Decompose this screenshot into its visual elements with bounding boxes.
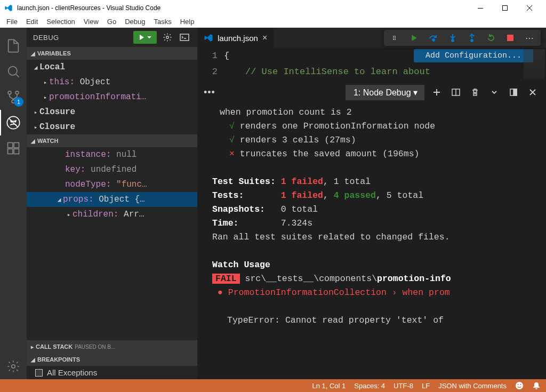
continue-button[interactable] <box>406 31 422 45</box>
more-icon[interactable]: ••• <box>204 87 215 98</box>
menu-go[interactable]: Go <box>103 17 121 27</box>
debug-header: DEBUG <box>27 28 197 47</box>
callstack-status: PAUSED ON B... <box>75 344 115 350</box>
step-into-button[interactable] <box>445 31 461 45</box>
activity-extensions[interactable] <box>0 135 27 161</box>
svg-rect-28 <box>513 89 517 95</box>
restart-button[interactable] <box>483 31 499 45</box>
debug-console-icon[interactable] <box>178 31 191 44</box>
svg-rect-15 <box>180 34 189 41</box>
svg-point-30 <box>518 384 519 385</box>
debug-toolbar[interactable]: ⋯ <box>384 30 541 46</box>
watch-props[interactable]: ◢props: Object {… <box>27 192 197 207</box>
split-terminal-button[interactable] <box>449 85 463 99</box>
minimize-button[interactable] <box>468 0 493 16</box>
scm-badge: 1 <box>14 97 23 107</box>
feedback-icon[interactable] <box>515 381 524 390</box>
terminal-line: FAIL src\__tests__\components\promotion-… <box>212 272 537 286</box>
status-cursor[interactable]: Ln 1, Col 1 <box>312 382 346 390</box>
maximize-panel-button[interactable] <box>507 85 520 99</box>
drag-handle-icon[interactable] <box>387 31 403 45</box>
watch-key[interactable]: key: undefined <box>27 162 197 177</box>
svg-point-19 <box>395 36 396 37</box>
step-over-button[interactable] <box>425 31 441 45</box>
stop-button[interactable] <box>502 31 518 45</box>
svg-point-20 <box>395 37 396 38</box>
chevron-down-icon[interactable] <box>487 85 501 99</box>
var-closure1[interactable]: ▸Closure <box>27 105 197 119</box>
terminal-line: Time: 7.324s <box>212 217 537 230</box>
svg-rect-25 <box>507 35 513 41</box>
status-language[interactable]: JSON with Comments <box>438 382 507 390</box>
section-callstack[interactable]: ▸CALL STACK PAUSED ON B... <box>27 340 197 353</box>
close-icon[interactable]: × <box>262 33 267 43</box>
tabs-bar: launch.json × ⋯ <box>197 28 546 48</box>
kill-terminal-button[interactable] <box>468 85 482 99</box>
close-panel-button[interactable] <box>526 85 540 99</box>
checkbox-icon[interactable] <box>35 369 43 377</box>
terminal-line: ● PromotionInformationCollection › when … <box>212 286 537 300</box>
section-watch-label: WATCH <box>37 138 59 144</box>
section-variables[interactable]: ◢VARIABLES <box>27 47 197 60</box>
terminal-output[interactable]: when promotion count is 2 √ renders one … <box>197 102 546 379</box>
new-terminal-button[interactable] <box>430 85 444 99</box>
add-configuration-button[interactable]: Add Configuration... <box>414 49 533 62</box>
watch-children[interactable]: ▸children: Arr… <box>27 207 197 222</box>
terminal-selector[interactable]: 1: Node Debug ▾ <box>346 85 424 100</box>
start-debug-button[interactable] <box>133 31 157 44</box>
menu-view[interactable]: View <box>79 17 103 27</box>
activity-explorer[interactable] <box>0 33 27 59</box>
section-breakpoints-label: BREAKPOINTS <box>37 356 80 363</box>
menu-selection[interactable]: Selection <box>42 17 79 27</box>
section-breakpoints[interactable]: ◢BREAKPOINTS <box>27 353 197 366</box>
svg-point-29 <box>516 382 523 389</box>
svg-point-16 <box>393 36 394 37</box>
var-closure2[interactable]: ▸Closure <box>27 119 197 134</box>
watch-nodetype[interactable]: nodeType: "func… <box>27 177 197 192</box>
svg-rect-0 <box>478 8 483 9</box>
more-icon[interactable]: ⋯ <box>521 31 537 45</box>
var-promotion-information[interactable]: ▸promotionInformati… <box>27 90 197 105</box>
menu-tasks[interactable]: Tasks <box>149 17 175 27</box>
activity-search[interactable] <box>0 59 27 84</box>
svg-point-21 <box>395 39 396 40</box>
terminal-line: √ renders 3 cells (27ms) <box>212 133 537 147</box>
svg-rect-11 <box>14 149 19 154</box>
menu-debug[interactable]: Debug <box>121 17 149 27</box>
status-spaces[interactable]: Spaces: 4 <box>354 382 385 390</box>
activity-settings[interactable] <box>0 354 27 379</box>
svg-rect-10 <box>8 149 13 154</box>
svg-point-17 <box>393 37 394 38</box>
svg-rect-12 <box>14 143 19 148</box>
terminal-line: × truncates the saved amount (196ms) <box>212 147 537 161</box>
activity-scm[interactable]: 1 <box>0 84 27 110</box>
menu-edit[interactable]: Edit <box>22 17 42 27</box>
code-editor[interactable]: 1 2 { // Use IntelliSense to learn about… <box>197 48 546 82</box>
step-out-button[interactable] <box>464 31 480 45</box>
menu-help[interactable]: Help <box>176 17 199 27</box>
activity-debug[interactable] <box>0 110 27 135</box>
section-callstack-label: CALL STACK <box>36 343 73 350</box>
gear-icon[interactable] <box>161 31 174 44</box>
terminal-line: Test Suites: 1 failed, 1 total <box>212 175 537 189</box>
menu-file[interactable]: File <box>2 17 22 27</box>
tab-launch-json[interactable]: launch.json × <box>197 28 274 48</box>
svg-point-2 <box>9 67 17 75</box>
line-gutter: 1 2 <box>197 48 224 82</box>
var-local[interactable]: ◢Local <box>27 60 197 75</box>
breakpoint-all-exceptions[interactable]: All Exceptions <box>27 366 197 379</box>
panel-header: ••• 1: Node Debug ▾ <box>197 82 546 102</box>
close-button[interactable] <box>517 0 542 16</box>
window-title: launch.json - clientResources - Visual S… <box>17 4 468 12</box>
bell-icon[interactable] <box>532 381 541 390</box>
section-watch[interactable]: ◢WATCH <box>27 134 197 147</box>
var-this[interactable]: ▸ this: Object <box>27 75 197 90</box>
status-encoding[interactable]: UTF-8 <box>394 382 413 390</box>
svg-point-22 <box>432 39 435 41</box>
maximize-button[interactable] <box>493 0 517 16</box>
minimap[interactable] <box>524 49 545 79</box>
watch-instance[interactable]: instance: null <box>27 147 197 162</box>
section-variables-label: VARIABLES <box>37 50 71 57</box>
terminal-line: TypeError: Cannot read property 'text' o… <box>212 314 537 327</box>
status-eol[interactable]: LF <box>422 382 430 390</box>
